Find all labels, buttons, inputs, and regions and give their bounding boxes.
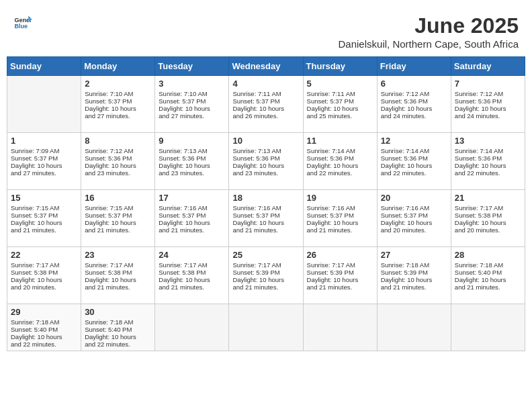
sunset-text: Sunset: 5:40 PM [85,326,132,333]
sunrise-text: Sunrise: 7:17 AM [307,261,355,269]
calendar-cell: 2 Sunrise: 7:10 AM Sunset: 5:37 PM Dayli… [81,76,155,133]
calendar-cell [451,304,525,351]
calendar-cell: 5 Sunrise: 7:11 AM Sunset: 5:37 PM Dayli… [303,76,377,133]
calendar-cell: 4 Sunrise: 7:11 AM Sunset: 5:37 PM Dayli… [229,76,303,133]
calendar-cell [303,304,377,351]
daylight-label: Daylight: 10 hours [381,219,433,226]
daylight-minutes: and 21 minutes. [159,226,204,234]
sunset-text: Sunset: 5:40 PM [11,326,58,333]
day-number: 2 [85,79,151,89]
daylight-label: Daylight: 10 hours [381,162,433,169]
calendar-cell: 26 Sunrise: 7:17 AM Sunset: 5:39 PM Dayl… [303,247,377,304]
sunset-text: Sunset: 5:37 PM [307,97,354,105]
daylight-label: Daylight: 10 hours [85,333,136,340]
day-number: 19 [307,193,373,203]
daylight-minutes: and 26 minutes. [232,112,278,120]
sunset-text: Sunset: 5:37 PM [307,212,354,219]
daylight-minutes: and 24 minutes. [381,112,427,120]
daylight-label: Daylight: 10 hours [159,162,210,169]
calendar-cell: 19 Sunrise: 7:16 AM Sunset: 5:37 PM Dayl… [303,190,377,247]
day-number: 1 [11,136,77,146]
day-number: 17 [159,193,225,203]
daylight-label: Daylight: 10 hours [85,276,136,283]
day-number: 27 [381,250,447,260]
sunset-text: Sunset: 5:38 PM [159,269,206,276]
day-number: 6 [381,79,447,89]
day-number: 23 [85,250,151,260]
daylight-label: Daylight: 10 hours [11,219,62,226]
sunrise-text: Sunrise: 7:13 AM [159,147,207,154]
daylight-minutes: and 21 minutes. [455,283,500,291]
sunrise-text: Sunrise: 7:12 AM [381,90,429,97]
daylight-label: Daylight: 10 hours [381,105,433,112]
week-row-1: 1 Sunrise: 7:09 AM Sunset: 5:37 PM Dayli… [7,133,525,190]
day-number: 12 [381,136,447,146]
calendar-cell: 27 Sunrise: 7:18 AM Sunset: 5:39 PM Dayl… [377,247,451,304]
sunrise-text: Sunrise: 7:17 AM [85,261,133,269]
calendar-cell: 3 Sunrise: 7:10 AM Sunset: 5:37 PM Dayli… [155,76,229,133]
sunrise-text: Sunrise: 7:12 AM [455,90,503,97]
sunset-text: Sunset: 5:36 PM [381,97,428,105]
daylight-label: Daylight: 10 hours [159,219,210,226]
daylight-minutes: and 22 minutes. [455,169,500,177]
daylight-label: Daylight: 10 hours [232,219,284,226]
day-number: 26 [307,250,373,260]
daylight-minutes: and 24 minutes. [455,112,500,120]
daylight-minutes: and 23 minutes. [159,169,204,177]
sunrise-text: Sunrise: 7:10 AM [85,90,133,97]
calendar-cell: 7 Sunrise: 7:12 AM Sunset: 5:36 PM Dayli… [451,76,525,133]
calendar-cell [377,304,451,351]
day-number: 15 [11,193,77,203]
day-number: 24 [159,250,225,260]
day-number: 9 [159,136,225,146]
sunrise-text: Sunrise: 7:09 AM [11,147,59,154]
sunset-text: Sunset: 5:37 PM [159,97,206,105]
day-header-friday: Friday [377,57,451,76]
day-number: 18 [232,193,299,203]
day-number: 25 [232,250,299,260]
daylight-label: Daylight: 10 hours [159,105,210,112]
daylight-label: Daylight: 10 hours [307,105,359,112]
daylight-label: Daylight: 10 hours [85,219,136,226]
calendar-cell: 13 Sunrise: 7:14 AM Sunset: 5:36 PM Dayl… [451,133,525,190]
sunrise-text: Sunrise: 7:15 AM [85,204,133,212]
calendar-cell: 28 Sunrise: 7:18 AM Sunset: 5:40 PM Dayl… [451,247,525,304]
daylight-minutes: and 25 minutes. [307,112,353,120]
daylight-minutes: and 22 minutes. [307,169,353,177]
sunset-text: Sunset: 5:37 PM [11,212,58,219]
sunset-text: Sunset: 5:36 PM [381,154,428,162]
day-header-thursday: Thursday [303,57,377,76]
sunset-text: Sunset: 5:37 PM [85,212,132,219]
sunrise-text: Sunrise: 7:18 AM [381,261,429,269]
daylight-label: Daylight: 10 hours [381,276,433,283]
calendar: SundayMondayTuesdayWednesdayThursdayFrid… [7,56,525,351]
daylight-label: Daylight: 10 hours [85,105,136,112]
daylight-label: Daylight: 10 hours [232,162,284,169]
calendar-cell: 15 Sunrise: 7:15 AM Sunset: 5:37 PM Dayl… [7,190,81,247]
sunrise-text: Sunrise: 7:13 AM [232,147,281,154]
calendar-cell: 24 Sunrise: 7:17 AM Sunset: 5:38 PM Dayl… [155,247,229,304]
calendar-cell: 23 Sunrise: 7:17 AM Sunset: 5:38 PM Dayl… [81,247,155,304]
daylight-minutes: and 21 minutes. [11,226,56,234]
day-number: 13 [455,136,521,146]
sunrise-text: Sunrise: 7:16 AM [159,204,207,212]
calendar-cell: 20 Sunrise: 7:16 AM Sunset: 5:37 PM Dayl… [377,190,451,247]
sunset-text: Sunset: 5:37 PM [85,97,132,105]
day-number: 29 [11,307,77,317]
daylight-label: Daylight: 10 hours [11,333,62,340]
calendar-cell: 8 Sunrise: 7:12 AM Sunset: 5:36 PM Dayli… [81,133,155,190]
calendar-cell: 11 Sunrise: 7:14 AM Sunset: 5:36 PM Dayl… [303,133,377,190]
header: General Blue June 2025 Danielskuil, Nort… [7,7,525,53]
daylight-label: Daylight: 10 hours [159,276,210,283]
calendar-cell: 22 Sunrise: 7:17 AM Sunset: 5:38 PM Dayl… [7,247,81,304]
sunrise-text: Sunrise: 7:16 AM [381,204,429,212]
title-area: June 2025 Danielskuil, Northern Cape, So… [339,13,519,50]
calendar-cell: 1 Sunrise: 7:09 AM Sunset: 5:37 PM Dayli… [7,133,81,190]
calendar-cell: 18 Sunrise: 7:16 AM Sunset: 5:37 PM Dayl… [229,190,303,247]
sunset-text: Sunset: 5:40 PM [455,269,502,276]
sunset-text: Sunset: 5:37 PM [11,154,58,162]
daylight-minutes: and 22 minutes. [381,169,427,177]
sunset-text: Sunset: 5:39 PM [381,269,428,276]
sunset-text: Sunset: 5:36 PM [85,154,132,162]
daylight-minutes: and 21 minutes. [307,226,353,234]
